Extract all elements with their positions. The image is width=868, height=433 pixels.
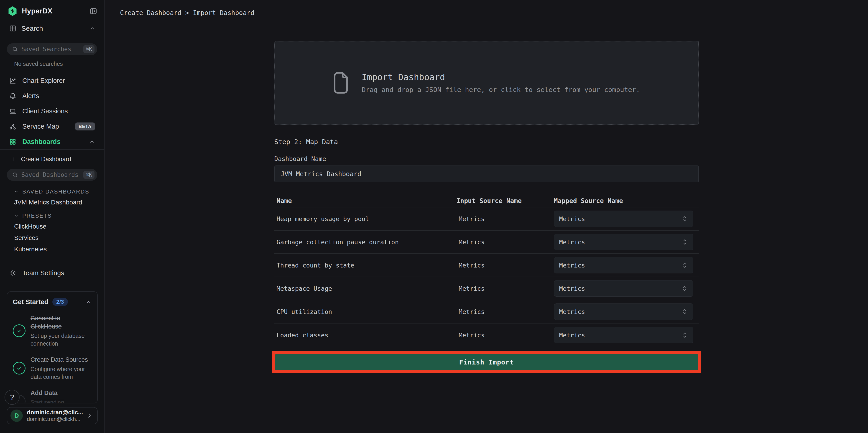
gear-icon: [9, 269, 17, 277]
chevron-up-down-icon: [681, 285, 688, 292]
sidebar-item-search[interactable]: Search: [0, 21, 104, 37]
mapped-source-select[interactable]: Metrics: [554, 280, 693, 297]
sidebar-item-team-settings[interactable]: Team Settings: [0, 266, 104, 280]
checklist-item-create-data-sources[interactable]: Create Data Sources Configure where your…: [13, 355, 91, 381]
sidebar-item-service-map[interactable]: Service Map BETA: [0, 119, 104, 134]
import-dropzone[interactable]: Import Dashboard Drag and drop a JSON fi…: [274, 41, 699, 125]
select-value: Metrics: [559, 308, 585, 315]
mapped-source-select[interactable]: Metrics: [554, 257, 693, 273]
checklist-description: Start sending logs, metrics, or traces: [31, 399, 76, 403]
chevron-up-down-icon: [681, 331, 688, 339]
table-header-row: Name Input Source Name Mapped Source Nam…: [274, 195, 699, 207]
checklist-title: Create Data Sources: [31, 355, 91, 364]
nav-label: Client Sessions: [22, 107, 68, 115]
chevron-up-icon[interactable]: [89, 139, 95, 145]
dashboard-name-input[interactable]: [274, 165, 699, 182]
logo-row: HyperDX: [0, 0, 104, 21]
file-icon: [333, 71, 349, 94]
create-dashboard-label: Create Dashboard: [21, 156, 71, 163]
group-label: PRESETS: [22, 213, 52, 219]
get-started-header[interactable]: Get Started 2/3: [13, 298, 91, 306]
divider: [0, 149, 104, 150]
mapped-source-select[interactable]: Metrics: [554, 327, 693, 343]
sidebar: HyperDX Search ⌘K No saved searches Char…: [0, 0, 104, 433]
chevron-up-icon[interactable]: [85, 299, 91, 305]
chart-explorer-icon: [9, 77, 17, 85]
sidebar-item-clickhouse[interactable]: ClickHouse: [0, 221, 104, 232]
annotation-highlight-box: Finish Import: [272, 351, 701, 373]
select-value: Metrics: [559, 239, 585, 246]
nav-label: Service Map: [22, 123, 59, 130]
row-name: Loaded classes: [274, 332, 457, 339]
get-started-title: Get Started: [13, 298, 48, 306]
arrow-right-icon: [82, 401, 91, 403]
column-header-input-source: Input Source Name: [457, 197, 554, 205]
table-row: Garbage collection pause duration Metric…: [274, 230, 699, 254]
check-circle-icon: [13, 324, 26, 337]
sidebar-item-kubernetes[interactable]: Kubernetes: [0, 244, 104, 255]
row-input-source: Metrics: [457, 308, 554, 315]
sidebar-item-services[interactable]: Services: [0, 232, 104, 244]
nav-label: Chart Explorer: [22, 77, 65, 85]
checklist-item-connect-clickhouse[interactable]: Connect to ClickHouse Set up your databa…: [13, 314, 91, 347]
search-section-icon: [9, 25, 17, 32]
app-title: HyperDX: [22, 7, 52, 15]
mapped-source-select[interactable]: Metrics: [554, 234, 693, 250]
chevron-up-down-icon: [681, 215, 688, 223]
nav-label: Dashboards: [22, 138, 61, 146]
finish-import-button[interactable]: Finish Import: [275, 354, 698, 370]
chevron-right-icon: [86, 412, 93, 419]
check-circle-icon: [13, 362, 26, 374]
group-label: SAVED DASHBOARDS: [22, 188, 89, 195]
row-name: Heap memory usage by pool: [274, 215, 457, 222]
row-input-source: Metrics: [457, 239, 554, 246]
saved-searches-search[interactable]: ⌘K: [7, 43, 97, 55]
checklist-title: Connect to ClickHouse: [31, 314, 91, 331]
saved-dashboards-search[interactable]: ⌘K: [7, 169, 97, 181]
create-dashboard-button[interactable]: Create Dashboard: [0, 152, 104, 166]
sidebar-collapse-icon[interactable]: [90, 7, 97, 15]
saved-dashboards-group-header[interactable]: SAVED DASHBOARDS: [0, 188, 104, 195]
table-row: CPU utilization Metrics Metrics: [274, 300, 699, 323]
chevron-down-icon: [14, 213, 19, 218]
row-name: CPU utilization: [274, 308, 457, 315]
row-input-source: Metrics: [457, 285, 554, 292]
progress-badge: 2/3: [52, 298, 68, 306]
user-email: dominic.tran@clickh...: [27, 416, 82, 423]
plus-icon: [11, 156, 17, 162]
beta-badge: BETA: [75, 122, 95, 130]
sidebar-item-chart-explorer[interactable]: Chart Explorer: [0, 73, 104, 88]
checklist-item-add-data[interactable]: Add Data Start sending logs, metrics, or…: [13, 389, 91, 403]
presets-group-header[interactable]: PRESETS: [0, 213, 104, 219]
user-account-card[interactable]: D dominic.tran@clic... dominic.tran@clic…: [7, 407, 98, 424]
saved-dashboards-input[interactable]: [22, 172, 80, 178]
help-button[interactable]: ?: [5, 390, 20, 405]
main-area: Create Dashboard > Import Dashboard Impo…: [105, 0, 868, 433]
sidebar-item-jvm-metrics-dashboard[interactable]: JVM Metrics Dashboard: [0, 197, 104, 208]
sidebar-item-client-sessions[interactable]: Client Sessions: [0, 103, 104, 119]
mapped-source-select[interactable]: Metrics: [554, 211, 693, 227]
no-saved-searches-text: No saved searches: [14, 61, 104, 67]
saved-searches-input[interactable]: [22, 46, 80, 53]
avatar: D: [10, 409, 23, 422]
dashboards-grid-icon: [9, 138, 17, 146]
chevron-up-down-icon: [681, 261, 688, 269]
divider: [0, 37, 104, 37]
chevron-down-icon: [14, 189, 19, 194]
mapped-source-select[interactable]: Metrics: [554, 304, 693, 320]
get-started-panel: Get Started 2/3 Connect to ClickHouse Se…: [7, 291, 98, 403]
user-name: dominic.tran@clic...: [27, 409, 82, 416]
nav-label: Alerts: [22, 92, 39, 100]
shortcut-badge: ⌘K: [83, 45, 94, 53]
table-row: Metaspace Usage Metrics Metrics: [274, 277, 699, 300]
mapping-table: Name Input Source Name Mapped Source Nam…: [274, 195, 699, 347]
sidebar-item-alerts[interactable]: Alerts: [0, 88, 104, 103]
table-row: Heap memory usage by pool Metrics Metric…: [274, 207, 699, 230]
chevron-up-down-icon: [681, 238, 688, 246]
select-value: Metrics: [559, 285, 585, 292]
dropzone-title: Import Dashboard: [362, 72, 640, 82]
search-section-label: Search: [22, 25, 43, 32]
sidebar-item-dashboards[interactable]: Dashboards: [0, 134, 104, 149]
checklist-title: Add Data: [31, 389, 76, 397]
chevron-up-icon[interactable]: [90, 26, 95, 31]
